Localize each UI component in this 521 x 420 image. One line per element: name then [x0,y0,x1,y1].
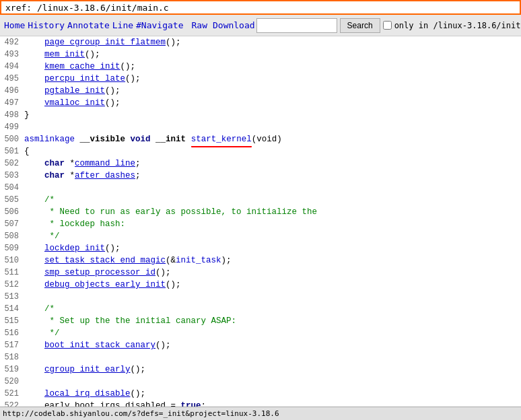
line-number: 513 [0,291,24,303]
line-number: 503 [0,170,24,182]
line-content: vmalloc_init(); [24,97,521,109]
table-row: 521 local_irq_disable(); [0,388,521,400]
table-row: 492 page_cgroup_init_flatmem(); [0,36,521,48]
table-row: 522 early_boot_irqs_disabled = true; [0,400,521,407]
line-number: 492 [0,36,24,48]
table-row: 502 char *command_line; [0,158,521,170]
search-container: Search only in /linux-3.18.6/init/ [256,18,521,33]
line-content: pgtable_init(); [24,85,521,97]
line-number: 493 [0,48,24,61]
line-number: 499 [0,121,24,133]
table-row: 516 */ [0,327,521,339]
line-number: 514 [0,303,24,315]
line-number: 506 [0,206,24,218]
line-content: kmem_cache_init(); [24,61,521,73]
status-bar: http://codelab.shiyanlou.com/s?defs=_ini… [0,407,521,420]
table-row: 497 vmalloc_init(); [0,97,521,109]
table-row: 511 smp_setup_processor_id(); [0,267,521,279]
table-row: 499 [0,121,521,133]
line-content: lockdep_init(); [24,242,521,254]
line-number: 521 [0,388,24,400]
line-number: 504 [0,182,24,194]
line-number: 496 [0,85,24,97]
line-number: 518 [0,351,24,363]
line-content: char *after_dashes; [24,170,521,182]
line-content: boot_init_stack_canary(); [24,339,521,351]
table-row: 494 kmem_cache_init(); [0,61,521,73]
line-number: 510 [0,254,24,267]
line-number: 495 [0,73,24,85]
line-content: * lockdep hash: [24,218,521,230]
search-button[interactable]: Search [340,18,380,33]
line-number: 522 [0,400,24,407]
code-area: 492 page_cgroup_init_flatmem();493 mem_i… [0,36,521,407]
line-content: */ [24,230,521,242]
line-content: { [24,145,521,158]
line-content: cgroup_init_early(); [24,363,521,376]
search-input[interactable] [256,18,337,33]
nav-navigate[interactable]: #Navigate [135,20,184,30]
table-row: 510 set_task_stack_end_magic(&init_task)… [0,254,521,267]
line-number: 520 [0,376,24,388]
line-content: smp_setup_processor_id(); [24,267,521,279]
line-content: char *command_line; [24,158,521,170]
line-number: 498 [0,109,24,121]
table-row: 507 * lockdep hash: [0,218,521,230]
line-number: 515 [0,315,24,327]
line-content: mem_init(); [24,48,521,61]
line-content: early_boot_irqs_disabled = true; [24,400,521,407]
table-row: 512 debug_objects_early_init(); [0,279,521,291]
line-content: page_cgroup_init_flatmem(); [24,36,521,48]
table-row: 514 /* [0,303,521,315]
table-row: 503 char *after_dashes; [0,170,521,182]
table-row: 501{ [0,145,521,158]
line-number: 509 [0,242,24,254]
line-content: /* [24,194,521,206]
line-number: 519 [0,363,24,376]
nav-download[interactable]: Download [211,20,256,30]
only-in-label: only in /linux-3.18.6/init/ [394,21,521,30]
line-number: 497 [0,97,24,109]
line-content: local_irq_disable(); [24,388,521,400]
table-row: 493 mem_init(); [0,48,521,61]
nav-home[interactable]: Home [3,20,26,30]
line-content: } [24,109,521,121]
status-url: http://codelab.shiyanlou.com/s?defs=_ini… [3,409,279,418]
line-number: 505 [0,194,24,206]
line-number: 517 [0,339,24,351]
line-number: 502 [0,158,24,170]
table-row: 506 * Need to run as early as possible, … [0,206,521,218]
nav-annotate[interactable]: Annotate [66,20,111,30]
line-content: percpu_init_late(); [24,73,521,85]
line-content: set_task_stack_end_magic(&init_task); [24,254,521,267]
line-content: */ [24,327,521,339]
table-row: 495 percpu_init_late(); [0,73,521,85]
table-row: 519 cgroup_init_early(); [0,363,521,376]
nav-line[interactable]: Line [111,20,135,30]
table-row: 496 pgtable_init(); [0,85,521,97]
line-number: 511 [0,267,24,279]
nav-bar: Home History Annotate Line #Navigate Raw… [0,15,521,36]
table-row: 518 [0,351,521,363]
table-row: 508 */ [0,230,521,242]
line-content: /* [24,303,521,315]
table-row: 513 [0,291,521,303]
line-number: 507 [0,218,24,230]
line-number: 501 [0,145,24,158]
line-content: asmlinkage __visible void __init start_k… [24,133,521,145]
nav-raw[interactable]: Raw [190,20,209,30]
table-row: 498} [0,109,521,121]
line-number: 500 [0,133,24,145]
only-in-checkbox[interactable] [383,21,392,30]
line-content: * Need to run as early as possible, to i… [24,206,521,218]
table-row: 504 [0,182,521,194]
table-row: 505 /* [0,194,521,206]
table-row: 515 * Set up the the initial canary ASAP… [0,315,521,327]
table-row: 517 boot_init_stack_canary(); [0,339,521,351]
line-number: 494 [0,61,24,73]
line-content: * Set up the the initial canary ASAP: [24,315,521,327]
nav-history[interactable]: History [26,20,66,30]
line-content: debug_objects_early_init(); [24,279,521,291]
title-bar: xref: /linux-3.18.6/init/main.c [0,0,521,15]
line-number: 512 [0,279,24,291]
